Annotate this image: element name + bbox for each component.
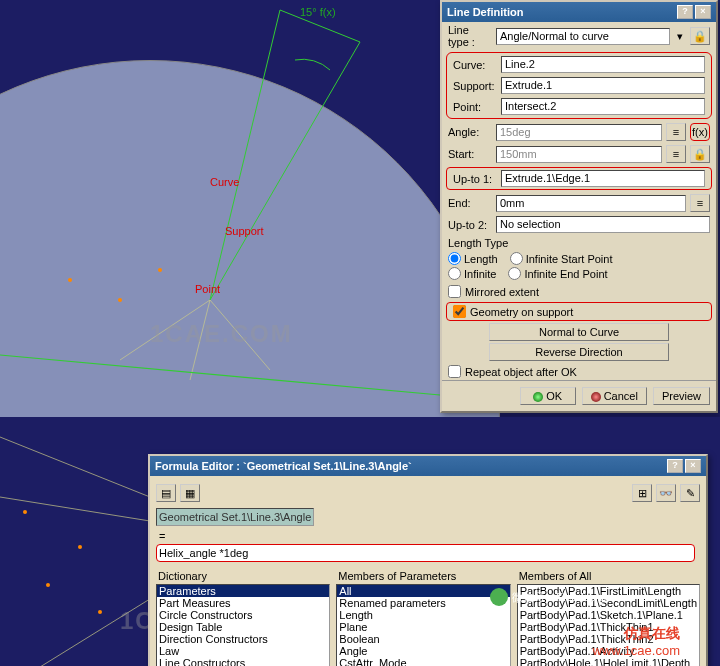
list-item[interactable]: Angle [337, 645, 509, 657]
members-params-list[interactable]: All Renamed parameters Length Plane Bool… [336, 584, 510, 666]
upto2-label: Up-to 2: [448, 219, 492, 231]
upto1-field[interactable]: Extrude.1\Edge.1 [501, 170, 705, 187]
list-item[interactable]: Parameters [157, 585, 329, 597]
upto1-label: Up-to 1: [453, 173, 497, 185]
site-name: 仿真在线 [593, 625, 680, 643]
dropdown-icon[interactable]: ▾ [674, 30, 686, 43]
formula-title: Formula Editor : `Geometrical Set.1\Line… [155, 460, 412, 472]
curve-label: Curve [210, 176, 239, 188]
radio-length[interactable]: Length [448, 252, 498, 265]
list-item[interactable]: Direction Constructors [157, 633, 329, 645]
dictionary-header: Dictionary [156, 568, 330, 584]
end-field[interactable]: 0mm [496, 195, 686, 212]
list-item[interactable]: Renamed parameters [337, 597, 509, 609]
start-field-label: Start: [448, 148, 492, 160]
end-spinner[interactable]: ≡ [690, 194, 710, 212]
svg-point-14 [78, 545, 82, 549]
start-lock-button[interactable]: 🔒 [690, 145, 710, 163]
angle-formula-button[interactable]: f(x) [690, 123, 710, 141]
normal-to-curve-button[interactable]: Normal to Curve [489, 323, 669, 341]
svg-point-16 [98, 610, 102, 614]
tool-icon-1[interactable]: ▤ [156, 484, 176, 502]
dialog-title: Line Definition [447, 6, 523, 18]
line-type-select[interactable]: Angle/Normal to curve [496, 28, 670, 45]
end-field-label: End: [448, 197, 492, 209]
tool-icon-4[interactable]: 👓 [656, 484, 676, 502]
support-field-label: Support: [453, 80, 497, 92]
angle-field-label: Angle: [448, 126, 492, 138]
repeat-checkbox[interactable] [448, 365, 461, 378]
list-item[interactable]: PartBody\Pad.1\Sketch.1\Plane.1 [518, 609, 699, 621]
members-all-header: Members of All [517, 568, 700, 584]
tool-icon-5[interactable]: ✎ [680, 484, 700, 502]
site-watermark: 仿真在线 www.1cae.com [593, 625, 680, 658]
list-item[interactable]: Length [337, 609, 509, 621]
angle-dimension: 15° f(x) [300, 6, 336, 18]
point-label: Point [195, 283, 220, 295]
cancel-button[interactable]: Cancel [582, 387, 647, 405]
list-item[interactable]: CstAttr_Mode [337, 657, 509, 666]
support-label: Support [225, 225, 264, 237]
list-item[interactable]: All [337, 585, 509, 597]
upto2-field[interactable]: No selection [496, 216, 710, 233]
start-spinner[interactable]: ≡ [666, 145, 686, 163]
formula-help-button[interactable]: ? [667, 459, 683, 473]
radio-infinite[interactable]: Infinite [448, 267, 496, 280]
mirrored-label: Mirrored extent [465, 286, 539, 298]
help-button[interactable]: ? [677, 5, 693, 19]
radio-inf-start[interactable]: Infinite Start Point [510, 252, 613, 265]
geom-support-checkbox[interactable] [453, 305, 466, 318]
svg-point-13 [23, 510, 27, 514]
formula-expression-input[interactable] [156, 544, 695, 562]
list-item[interactable]: Boolean [337, 633, 509, 645]
start-field[interactable]: 150mm [496, 146, 662, 163]
list-item[interactable]: PartBody\Hole.1\HoleLimit.1\Depth [518, 657, 699, 666]
curve-field-label: Curve: [453, 59, 497, 71]
mirrored-checkbox[interactable] [448, 285, 461, 298]
members-params-header: Members of Parameters [336, 568, 510, 584]
ok-button[interactable]: OK [520, 387, 576, 405]
dialog-titlebar[interactable]: Line Definition ? × [442, 2, 716, 22]
list-item[interactable]: Design Table [157, 621, 329, 633]
wechat-icon [490, 588, 508, 606]
repeat-label: Repeat object after OK [465, 366, 577, 378]
reverse-direction-button[interactable]: Reverse Direction [489, 343, 669, 361]
curve-field[interactable]: Line.2 [501, 56, 705, 73]
radio-inf-end[interactable]: Infinite End Point [508, 267, 607, 280]
length-type-group-label: Length Type [442, 235, 716, 249]
list-item[interactable]: Line Constructors [157, 657, 329, 666]
wechat-annotation: 微信号：Fleadesign [490, 588, 610, 606]
list-item[interactable]: Law [157, 645, 329, 657]
site-url: www.1cae.com [593, 643, 680, 658]
dictionary-list[interactable]: Parameters Part Measures Circle Construc… [156, 584, 330, 666]
list-item[interactable]: Part Measures [157, 597, 329, 609]
length-type-radios: Length Infinite Start Point Infinite Inf… [442, 249, 716, 283]
formula-close-button[interactable]: × [685, 459, 701, 473]
line-definition-dialog: Line Definition ? × Line type : Angle/No… [440, 0, 718, 413]
close-button[interactable]: × [695, 5, 711, 19]
angle-field[interactable]: 15deg [496, 124, 662, 141]
support-field[interactable]: Extrude.1 [501, 77, 705, 94]
geom-support-label: Geometry on support [470, 306, 573, 318]
wechat-label: 微信号：Fleadesign [512, 590, 610, 605]
point-field[interactable]: Intersect.2 [501, 98, 705, 115]
tool-icon-3[interactable]: ⊞ [632, 484, 652, 502]
line-type-label: Line type : [448, 24, 492, 48]
formula-titlebar[interactable]: Formula Editor : `Geometrical Set.1\Line… [150, 456, 706, 476]
tool-icon-2[interactable]: ▦ [180, 484, 200, 502]
line-type-icon-button[interactable]: 🔒 [690, 27, 710, 45]
svg-point-15 [46, 583, 50, 587]
watermark-upper: 1CAE.COM [150, 320, 293, 348]
preview-button[interactable]: Preview [653, 387, 710, 405]
point-field-label: Point: [453, 101, 497, 113]
list-item[interactable]: Circle Constructors [157, 609, 329, 621]
formula-path: Geometrical Set.1\Line.3\Angle [156, 508, 314, 526]
angle-spinner[interactable]: ≡ [666, 123, 686, 141]
list-item[interactable]: Plane [337, 621, 509, 633]
